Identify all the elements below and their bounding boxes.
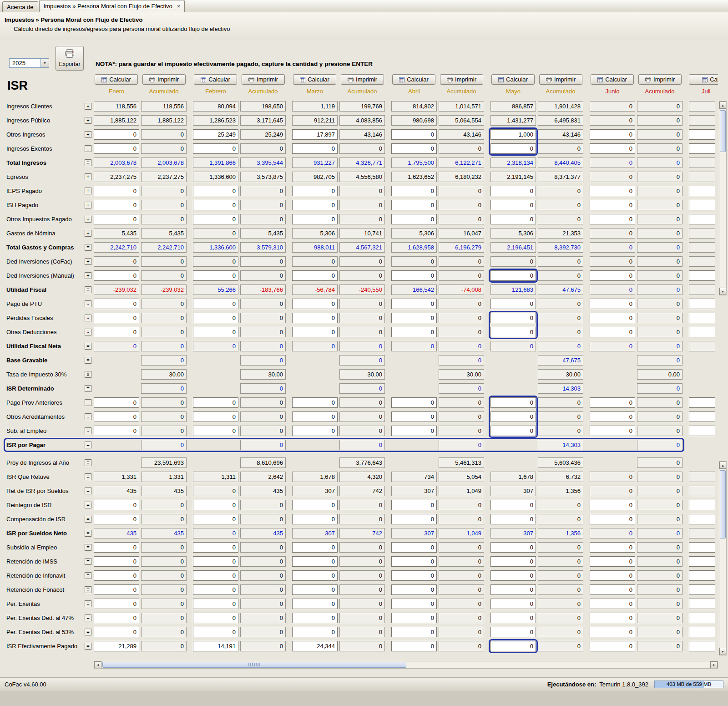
calcular-button-marzo[interactable]: Calcular	[293, 74, 336, 85]
cell-ded_inv_manual-febrero-month[interactable]: 0	[193, 270, 238, 281]
cell-ded_inv_manual-abril-month[interactable]: 0	[391, 270, 437, 281]
cell-otros_ingresos-mayo-month[interactable]: 1,000	[490, 129, 536, 140]
scroll-right-icon[interactable]: ►	[710, 661, 718, 668]
imprimir-button-febrero[interactable]: Imprimir	[242, 74, 285, 85]
cell-ret_fonacot-marzo-month[interactable]: 0	[292, 584, 338, 595]
cell-sub_empleo-mayo-month[interactable]: 0	[490, 426, 536, 436]
cell-subsidio_empleo-marzo-month[interactable]: 0	[292, 542, 338, 553]
cell-otras_deducciones-mayo-month[interactable]: 0	[490, 327, 536, 337]
cell-ded_inv_manual-junio-month[interactable]: 0	[590, 270, 635, 281]
cell-perdidas_fiscales-julio-month[interactable]	[689, 313, 715, 323]
calcular-button-junio[interactable]: Calcular	[591, 74, 634, 85]
cell-ded_inv_manual-julio-month[interactable]	[689, 270, 715, 281]
scroll-up-icon[interactable]: ▲	[719, 102, 726, 109]
cell-ret_imss-abril-month[interactable]: 0	[391, 556, 437, 567]
cell-pago_prov-enero-month[interactable]: 0	[94, 397, 139, 408]
cell-ingresos_exentos-febrero-month[interactable]: 0	[193, 143, 238, 154]
vertical-scrollbar-upper[interactable]: ▲ ▼	[719, 101, 727, 295]
cell-isr_efect_pagado-abril-month[interactable]: 0	[391, 641, 437, 651]
cell-otros_acreditamientos-abril-month[interactable]: 0	[391, 411, 437, 422]
cell-compensacion_isr-enero-month[interactable]: 0	[94, 514, 139, 524]
cell-subsidio_empleo-enero-month[interactable]: 0	[94, 542, 139, 553]
cell-otros_impuestos_pagado-julio-month[interactable]	[689, 214, 715, 224]
scroll-down-icon[interactable]: ▼	[719, 648, 726, 655]
cell-reintegro_isr-abril-month[interactable]: 0	[391, 500, 437, 510]
cell-pago_prov-abril-month[interactable]: 0	[391, 397, 437, 408]
cell-sub_empleo-febrero-month[interactable]: 0	[193, 426, 238, 436]
cell-per_exentas_47-abril-month[interactable]: 0	[391, 613, 437, 623]
cell-ret_fonacot-febrero-month[interactable]: 0	[193, 584, 238, 595]
cell-ish_pagado-junio-month[interactable]: 0	[590, 200, 635, 210]
cell-otros_ingresos-enero-month[interactable]: 0	[94, 129, 139, 140]
cell-perdidas_fiscales-junio-month[interactable]: 0	[590, 313, 635, 323]
cell-ish_pagado-enero-month[interactable]: 0	[94, 200, 139, 210]
cell-ret_imss-mayo-month[interactable]: 0	[490, 556, 536, 567]
cell-ret_imss-enero-month[interactable]: 0	[94, 556, 139, 567]
cell-ieps_pagado-marzo-month[interactable]: 0	[292, 186, 338, 196]
cell-per_exentas_53-junio-month[interactable]: 0	[590, 627, 635, 637]
cell-otros_ingresos-febrero-month[interactable]: 25,249	[193, 129, 238, 140]
cell-ret_infonavit-julio-month[interactable]	[689, 570, 715, 581]
cell-subsidio_empleo-junio-month[interactable]: 0	[590, 542, 635, 553]
cell-compensacion_isr-julio-month[interactable]	[689, 514, 715, 524]
cell-ret_infonavit-mayo-month[interactable]: 0	[490, 570, 536, 581]
cell-per_exentas-febrero-month[interactable]: 0	[193, 599, 238, 609]
calcular-button-julio[interactable]: Cal	[689, 74, 718, 85]
cell-otros_ingresos-julio-month[interactable]	[689, 129, 715, 140]
imprimir-button-mayo[interactable]: Imprimir	[539, 74, 582, 85]
cell-per_exentas_47-julio-month[interactable]	[689, 613, 715, 623]
cell-pago_prov-mayo-month[interactable]: 0	[490, 397, 536, 408]
cell-compensacion_isr-febrero-month[interactable]: 0	[193, 514, 238, 524]
cell-pago_ptu-marzo-month[interactable]: 0	[292, 299, 338, 309]
cell-ret_imss-marzo-month[interactable]: 0	[292, 556, 338, 567]
cell-ret_infonavit-abril-month[interactable]: 0	[391, 570, 437, 581]
calcular-button-enero[interactable]: Calcular	[95, 74, 138, 85]
cell-ieps_pagado-abril-month[interactable]: 0	[391, 186, 437, 196]
cell-compensacion_isr-mayo-month[interactable]: 0	[490, 514, 536, 524]
cell-isr_efect_pagado-enero-month[interactable]: 21,289	[94, 641, 139, 651]
cell-ret_fonacot-enero-month[interactable]: 0	[94, 584, 139, 595]
cell-perdidas_fiscales-enero-month[interactable]: 0	[94, 313, 139, 323]
imprimir-button-enero[interactable]: Imprimir	[142, 74, 186, 85]
cell-isr_efect_pagado-mayo-month[interactable]: 0	[490, 641, 536, 651]
cell-otras_deducciones-junio-month[interactable]: 0	[590, 327, 635, 337]
year-select[interactable]: 2025 ▼	[9, 58, 49, 68]
cell-otras_deducciones-febrero-month[interactable]: 0	[193, 327, 238, 337]
cell-isr_efect_pagado-junio-month[interactable]: 0	[590, 641, 635, 651]
cell-reintegro_isr-junio-month[interactable]: 0	[590, 500, 635, 510]
cell-per_exentas_53-julio-month[interactable]	[689, 627, 715, 637]
cell-ingresos_exentos-mayo-month[interactable]: 0	[490, 143, 536, 154]
cell-ret_fonacot-junio-month[interactable]: 0	[590, 584, 635, 595]
cell-pago_ptu-julio-month[interactable]	[689, 299, 715, 309]
cell-sub_empleo-abril-month[interactable]: 0	[391, 426, 437, 436]
cell-ish_pagado-mayo-month[interactable]: 0	[490, 200, 536, 210]
scrollbar-thumb[interactable]	[720, 110, 726, 152]
cell-otros_impuestos_pagado-mayo-month[interactable]: 0	[490, 214, 536, 224]
cell-otros_acreditamientos-marzo-month[interactable]: 0	[292, 411, 338, 422]
cell-sub_empleo-junio-month[interactable]: 0	[590, 426, 635, 436]
cell-ieps_pagado-febrero-month[interactable]: 0	[193, 186, 238, 196]
calcular-button-abril[interactable]: Calcular	[392, 74, 435, 85]
cell-per_exentas_47-mayo-month[interactable]: 0	[490, 613, 536, 623]
cell-ded_inv_manual-mayo-month[interactable]: 0	[490, 270, 536, 281]
cell-perdidas_fiscales-febrero-month[interactable]: 0	[193, 313, 238, 323]
cell-per_exentas_53-abril-month[interactable]: 0	[391, 627, 437, 637]
cell-ingresos_exentos-marzo-month[interactable]: 0	[292, 143, 338, 154]
cell-per_exentas_47-enero-month[interactable]: 0	[94, 613, 139, 623]
cell-ieps_pagado-julio-month[interactable]	[689, 186, 715, 196]
cell-pago_prov-febrero-month[interactable]: 0	[193, 397, 238, 408]
cell-per_exentas_53-febrero-month[interactable]: 0	[193, 627, 238, 637]
cell-ret_infonavit-junio-month[interactable]: 0	[590, 570, 635, 581]
cell-sub_empleo-marzo-month[interactable]: 0	[292, 426, 338, 436]
cell-pago_ptu-junio-month[interactable]: 0	[590, 299, 635, 309]
imprimir-button-abril[interactable]: Imprimir	[440, 74, 483, 85]
cell-otros_acreditamientos-mayo-month[interactable]: 0	[490, 411, 536, 422]
cell-compensacion_isr-junio-month[interactable]: 0	[590, 514, 635, 524]
cell-pago_prov-julio-month[interactable]	[689, 397, 715, 408]
cell-per_exentas_53-mayo-month[interactable]: 0	[490, 627, 536, 637]
cell-ret_infonavit-marzo-month[interactable]: 0	[292, 570, 338, 581]
cell-sub_empleo-julio-month[interactable]	[689, 426, 715, 436]
cell-perdidas_fiscales-mayo-month[interactable]: 0	[490, 313, 536, 323]
cell-isr_efect_pagado-julio-month[interactable]	[689, 641, 715, 651]
cell-subsidio_empleo-febrero-month[interactable]: 0	[193, 542, 238, 553]
